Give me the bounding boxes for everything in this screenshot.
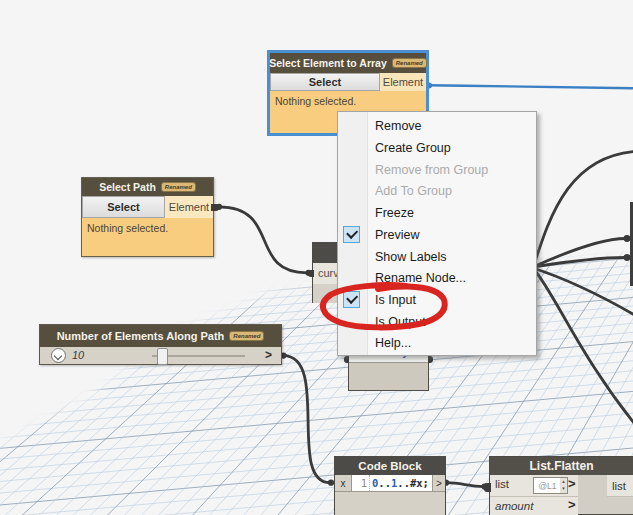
- select-button[interactable]: Select: [270, 73, 380, 91]
- port-arrow-icon: >: [568, 476, 576, 491]
- output-port[interactable]: >: [432, 475, 445, 491]
- code-token: #x;: [410, 477, 429, 489]
- node-header[interactable]: Select Element to Array Renamed: [270, 53, 426, 73]
- checkmark-icon: [343, 291, 360, 308]
- input-port-curve[interactable]: curv: [313, 263, 338, 284]
- menu-item-rename-node[interactable]: Rename Node...: [338, 267, 536, 289]
- lacing-spinner[interactable]: ▲▼: [560, 477, 568, 494]
- menu-item-remove[interactable]: Remove: [338, 116, 536, 138]
- output-port-element[interactable]: Element: [380, 73, 426, 91]
- input-port-amount[interactable]: amount: [495, 500, 533, 512]
- menu-item-label: Is Output: [375, 315, 426, 329]
- input-port-x[interactable]: x: [335, 475, 352, 491]
- slider-thumb[interactable]: [157, 348, 168, 365]
- node-list-flatten[interactable]: List.Flatten list @L1 ▲▼ > amount > list: [489, 456, 633, 515]
- node-title: Select Path: [99, 181, 156, 193]
- node-status: Nothing selected.: [270, 91, 426, 111]
- node-header[interactable]: Select Path Renamed: [82, 178, 213, 196]
- port-arrow-icon: >: [568, 497, 576, 512]
- dynamo-canvas: { "nodes": { "select_element_to_array": …: [0, 0, 633, 515]
- input-nub[interactable]: [308, 270, 314, 277]
- spinner-up-icon[interactable]: ▲: [561, 480, 565, 485]
- input-nub[interactable]: [344, 356, 349, 363]
- node-title: Code Block: [358, 460, 421, 472]
- node-header: [313, 242, 338, 263]
- node-code-block[interactable]: Code Block x 1 0..1..#x; >: [334, 456, 446, 515]
- menu-item-preview[interactable]: Preview: [338, 224, 536, 246]
- node-hidden-below-menu[interactable]: a1dy>: [348, 352, 429, 391]
- wire-fan-5[interactable]: [533, 268, 633, 433]
- node-select-path[interactable]: Select Path Renamed Select Element Nothi…: [81, 177, 214, 257]
- node-status: Nothing selected.: [82, 218, 213, 238]
- renamed-badge: Renamed: [229, 331, 264, 341]
- node-title[interactable]: List.Flatten: [490, 457, 633, 475]
- menu-item-label: Show Labels: [375, 250, 447, 264]
- code-token: ..: [397, 477, 410, 489]
- lacing-level-box[interactable]: @L1: [533, 477, 562, 494]
- menu-item-label: Help...: [375, 336, 411, 350]
- wire-selected-element[interactable]: [428, 85, 633, 88]
- menu-item-show-labels[interactable]: Show Labels: [338, 246, 536, 268]
- menu-item-remove-from-group[interactable]: Remove from Group: [338, 159, 536, 181]
- output-nub[interactable]: [428, 356, 433, 363]
- node-header[interactable]: Number of Elements Along Path Renamed: [40, 325, 281, 347]
- renamed-badge: Renamed: [161, 182, 196, 192]
- code-token: ..: [378, 477, 391, 489]
- menu-item-is-output[interactable]: Is Output: [338, 311, 536, 333]
- menu-item-label: Remove from Group: [375, 163, 488, 177]
- line-number: 1: [352, 475, 370, 491]
- slider-value[interactable]: 10: [72, 349, 84, 361]
- node-hidden-behind-menu[interactable]: curv: [312, 242, 338, 303]
- menu-item-add-to-group[interactable]: Add To Group: [338, 181, 536, 203]
- node-title: Select Element to Array: [269, 57, 387, 69]
- node-body: [313, 284, 338, 303]
- menu-item-create-group[interactable]: Create Group: [338, 137, 536, 159]
- select-button[interactable]: Select: [82, 196, 165, 218]
- node-header[interactable]: Code Block: [335, 457, 445, 475]
- menu-item-label: Add To Group: [375, 184, 452, 198]
- menu-item-label: Freeze: [375, 206, 414, 220]
- wire-fan-1[interactable]: [533, 151, 633, 268]
- chevron-down-icon[interactable]: [51, 348, 66, 363]
- input-port-list[interactable]: list: [495, 478, 509, 490]
- menu-item-freeze[interactable]: Freeze: [338, 202, 536, 224]
- output-port-list[interactable]: list: [607, 475, 633, 497]
- menu-item-label: Remove: [375, 119, 422, 133]
- output-port-element[interactable]: Element: [165, 196, 213, 218]
- menu-item-label: Rename Node...: [375, 271, 466, 285]
- menu-item-is-input[interactable]: Is Input: [338, 289, 536, 311]
- output-nub[interactable]: [211, 204, 219, 211]
- output-port[interactable]: >: [265, 348, 272, 362]
- input-nub[interactable]: [484, 483, 491, 492]
- menu-item-label: Preview: [375, 228, 419, 242]
- node-number-slider[interactable]: Number of Elements Along Path Renamed 10…: [39, 324, 282, 365]
- menu-item-label: Is Input: [375, 293, 416, 307]
- renamed-badge: Renamed: [392, 58, 427, 68]
- code-expression[interactable]: 0..1..#x;: [370, 475, 432, 491]
- node-title: Number of Elements Along Path: [57, 330, 225, 342]
- checkmark-icon: [343, 226, 360, 243]
- menu-item-label: Create Group: [375, 141, 451, 155]
- spinner-down-icon[interactable]: ▼: [561, 487, 565, 492]
- context-menu: RemoveCreate GroupRemove from GroupAdd T…: [337, 111, 537, 356]
- menu-item-help[interactable]: Help...: [338, 333, 536, 355]
